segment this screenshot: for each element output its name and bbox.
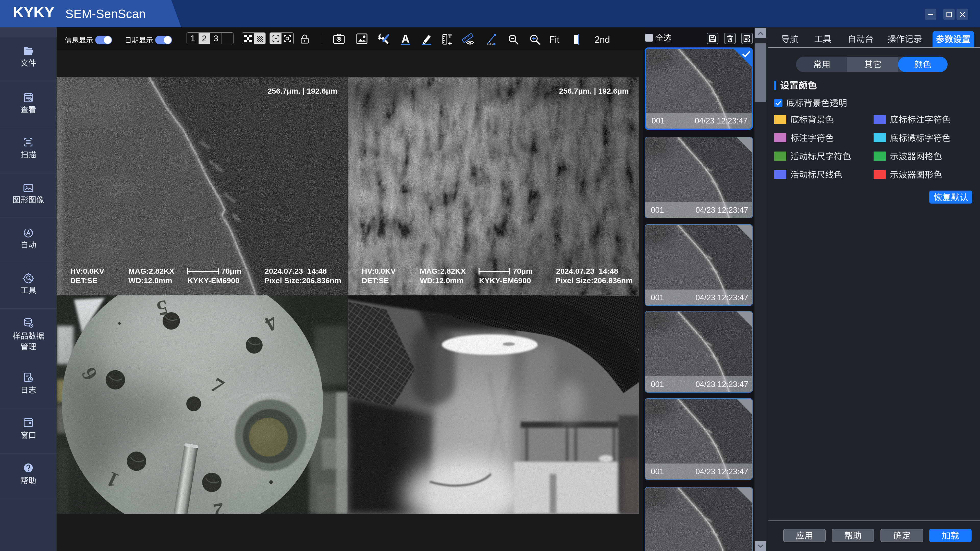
svg-text:A: A [401,33,410,45]
